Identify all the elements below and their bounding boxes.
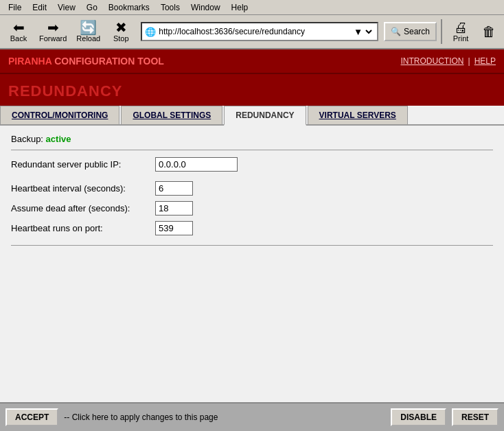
- app-name-highlight: PIRANHA: [8, 56, 51, 67]
- menu-file[interactable]: File: [3, 1, 27, 14]
- action-bar: ACCEPT -- Click here to apply changes to…: [0, 402, 504, 431]
- backup-label: Backup:: [11, 134, 43, 144]
- app-name-rest: CONFIGURATION TOOL: [51, 56, 164, 67]
- field-public-ip-label: Redundant server public IP:: [11, 159, 155, 170]
- print-button[interactable]: 🖨 Print: [446, 17, 475, 46]
- backup-status-text: active: [46, 134, 71, 144]
- tab-area: CONTROL/MONITORING GLOBAL SETTINGS REDUN…: [0, 106, 504, 431]
- introduction-link[interactable]: INTRODUCTION: [401, 56, 464, 66]
- field-public-ip-input[interactable]: [155, 157, 238, 172]
- page-title-bar: REDUNDANCY: [0, 74, 504, 106]
- search-icon: 🔍: [391, 27, 401, 36]
- content-area: Backup: active Redundant server public I…: [0, 126, 504, 402]
- page-title: REDUNDANCY: [8, 82, 496, 100]
- accept-button[interactable]: ACCEPT: [5, 408, 58, 426]
- header-links: INTRODUCTION | HELP: [401, 56, 496, 66]
- toolbar: ⬅ Back ➡ Forward 🔄 Reload ✖ Stop 🌐 ▼ 🔍 S…: [0, 15, 504, 49]
- disable-button[interactable]: DISABLE: [391, 408, 446, 426]
- address-bar-container: 🌐 ▼: [141, 22, 378, 41]
- menu-help[interactable]: Help: [226, 1, 254, 14]
- menu-edit[interactable]: Edit: [27, 1, 52, 14]
- menu-go[interactable]: Go: [81, 1, 103, 14]
- field-assume-dead-input[interactable]: [155, 201, 193, 216]
- field-heartbeat-interval-input[interactable]: [155, 181, 193, 196]
- app-header: PIRANHA CONFIGURATION TOOL INTRODUCTION …: [0, 49, 504, 74]
- forward-button[interactable]: ➡ Forward: [36, 17, 70, 46]
- menu-view[interactable]: View: [52, 1, 81, 14]
- stop-icon: ✖: [115, 21, 127, 34]
- menu-tools[interactable]: Tools: [155, 1, 185, 14]
- tab-control-monitoring[interactable]: CONTROL/MONITORING: [0, 106, 119, 124]
- header-link-sep: |: [468, 56, 470, 66]
- app-title: PIRANHA CONFIGURATION TOOL: [8, 56, 164, 67]
- form-section: Redundant server public IP: Heartbeat in…: [11, 157, 493, 235]
- tab-virtual-servers[interactable]: VIRTUAL SERVERS: [308, 106, 408, 124]
- back-button[interactable]: ⬅ Back: [4, 17, 33, 46]
- tabs: CONTROL/MONITORING GLOBAL SETTINGS REDUN…: [0, 106, 504, 126]
- address-input[interactable]: [159, 27, 351, 36]
- menu-window[interactable]: Window: [185, 1, 226, 14]
- field-public-ip: Redundant server public IP:: [11, 157, 493, 172]
- trash-button[interactable]: 🗑: [478, 17, 500, 46]
- menu-bookmarks[interactable]: Bookmarks: [103, 1, 155, 14]
- stop-button[interactable]: ✖ Stop: [106, 17, 135, 46]
- backup-row: Backup: active: [11, 134, 493, 144]
- field-heartbeat-port-input[interactable]: [155, 221, 193, 235]
- action-right-buttons: DISABLE RESET: [391, 408, 499, 426]
- tab-redundancy[interactable]: REDUNDANCY: [224, 106, 306, 126]
- tab-global-settings[interactable]: GLOBAL SETTINGS: [121, 106, 222, 124]
- field-heartbeat-port-label: Heartbeat runs on port:: [11, 223, 155, 233]
- field-heartbeat-interval: Heartbeat interval (seconds):: [11, 181, 493, 196]
- reset-button[interactable]: RESET: [452, 408, 499, 426]
- back-icon: ⬅: [13, 21, 25, 34]
- location-icon: 🌐: [145, 27, 156, 37]
- reload-button[interactable]: 🔄 Reload: [73, 17, 104, 46]
- reload-icon: 🔄: [80, 21, 97, 34]
- menubar: File Edit View Go Bookmarks Tools Window…: [0, 0, 504, 15]
- field-assume-dead: Assume dead after (seconds):: [11, 201, 493, 216]
- trash-icon: 🗑: [482, 25, 496, 38]
- address-dropdown[interactable]: ▼: [351, 26, 374, 38]
- search-button[interactable]: 🔍 Search: [384, 22, 437, 41]
- action-hint: -- Click here to apply changes to this p…: [64, 412, 385, 422]
- field-assume-dead-label: Assume dead after (seconds):: [11, 203, 155, 213]
- field-heartbeat-port: Heartbeat runs on port:: [11, 221, 493, 235]
- toolbar-separator: [441, 19, 442, 44]
- main-content: PIRANHA CONFIGURATION TOOL INTRODUCTION …: [0, 49, 504, 431]
- divider-top: [11, 150, 493, 150]
- help-link[interactable]: HELP: [474, 56, 496, 66]
- divider-bottom: [11, 245, 493, 246]
- print-icon: 🖨: [454, 21, 468, 34]
- forward-icon: ➡: [47, 21, 59, 34]
- field-heartbeat-interval-label: Heartbeat interval (seconds):: [11, 183, 155, 194]
